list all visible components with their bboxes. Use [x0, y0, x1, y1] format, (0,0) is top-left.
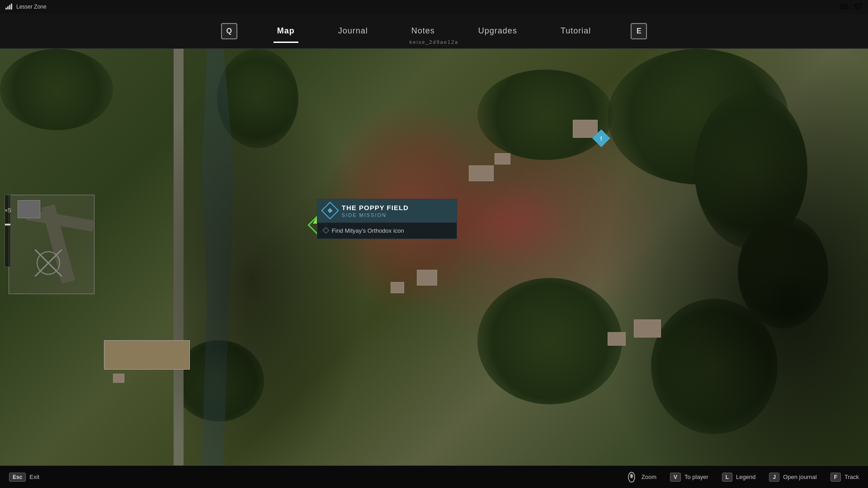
top-bar: Lesser Zone 05 : 57	[0, 0, 868, 14]
scale-value: ×5	[5, 207, 11, 214]
action-track: F Track	[830, 473, 859, 482]
building	[573, 120, 598, 138]
tab-map[interactable]: Map	[274, 24, 298, 38]
svg-rect-0	[5, 8, 7, 9]
clock: 05 : 57	[840, 3, 863, 11]
building	[113, 374, 124, 383]
mission-objective: Find Mityay's Orthodox icon	[317, 222, 457, 239]
road-vertical	[174, 49, 184, 465]
tab-journal[interactable]: Journal	[335, 24, 372, 38]
mission-icon-inner	[327, 208, 332, 213]
action-to-player-label: To player	[684, 474, 708, 480]
key-j: J	[769, 473, 779, 482]
signal-icon	[5, 3, 14, 11]
key-f: F	[830, 473, 841, 482]
zone-label: Lesser Zone	[16, 4, 47, 10]
key-l: L	[722, 473, 732, 482]
info-marker[interactable]: !	[595, 132, 608, 145]
zone-info: Lesser Zone	[5, 3, 47, 11]
action-legend: L Legend	[722, 473, 756, 482]
mission-popup-header: THE POPPY FIELD SIDE MISSION	[317, 199, 457, 222]
tree-cluster	[477, 278, 622, 404]
building	[391, 282, 404, 293]
info-icon-text: !	[600, 135, 602, 142]
svg-rect-2	[9, 5, 10, 9]
building	[608, 332, 626, 346]
scale-indicator: ×5	[5, 207, 11, 214]
action-to-player: V To player	[670, 473, 708, 482]
action-zoom: Zoom	[625, 471, 656, 483]
tab-notes[interactable]: Notes	[408, 24, 439, 38]
action-track-label: Track	[844, 474, 859, 480]
building	[634, 319, 661, 338]
action-legend-label: Legend	[736, 474, 755, 480]
nav-subtitle: keise_2d9ae12a	[410, 39, 459, 45]
scroll-wheel-icon	[625, 471, 638, 483]
map-area[interactable]: ×5 ! THE POPPY FIELD SIDE MISSION Find M…	[0, 49, 868, 465]
zoom-slider[interactable]	[5, 195, 11, 267]
objective-diamond-icon	[323, 227, 329, 234]
mission-icon	[321, 202, 339, 220]
tree-cluster	[738, 216, 828, 328]
mission-title-area: THE POPPY FIELD SIDE MISSION	[342, 204, 450, 218]
svg-rect-3	[11, 4, 12, 9]
building-row	[104, 340, 190, 370]
nav-key-e[interactable]: E	[631, 23, 647, 39]
key-esc: Esc	[9, 473, 26, 482]
key-v: V	[670, 473, 681, 482]
tab-upgrades[interactable]: Upgrades	[475, 24, 521, 38]
helipad	[35, 249, 62, 277]
action-exit-label: Exit	[29, 474, 39, 480]
mission-popup: THE POPPY FIELD SIDE MISSION Find Mityay…	[317, 199, 457, 239]
action-exit: Esc Exit	[9, 473, 39, 482]
tree-cluster	[477, 70, 613, 160]
building	[469, 165, 494, 181]
building	[495, 153, 510, 164]
objective-text: Find Mityay's Orthodox icon	[332, 227, 404, 234]
mission-type: SIDE MISSION	[342, 212, 450, 218]
action-open-journal: J Open journal	[769, 473, 816, 482]
mission-title: THE POPPY FIELD	[342, 204, 450, 211]
bottom-bar: Esc Exit Zoom V To player L Legend J Ope…	[0, 465, 868, 488]
tab-tutorial[interactable]: Tutorial	[557, 24, 594, 38]
zoom-thumb	[5, 224, 10, 225]
action-open-journal-label: Open journal	[783, 474, 816, 480]
nav-key-q[interactable]: Q	[221, 23, 237, 39]
airfield-building	[18, 200, 40, 218]
nav-bar: Q Map Journal Notes Upgrades Tutorial E …	[0, 14, 868, 49]
tree-cluster	[0, 49, 113, 130]
svg-rect-1	[7, 6, 9, 9]
action-zoom-label: Zoom	[642, 474, 656, 480]
airfield	[9, 195, 94, 294]
building	[417, 270, 437, 286]
